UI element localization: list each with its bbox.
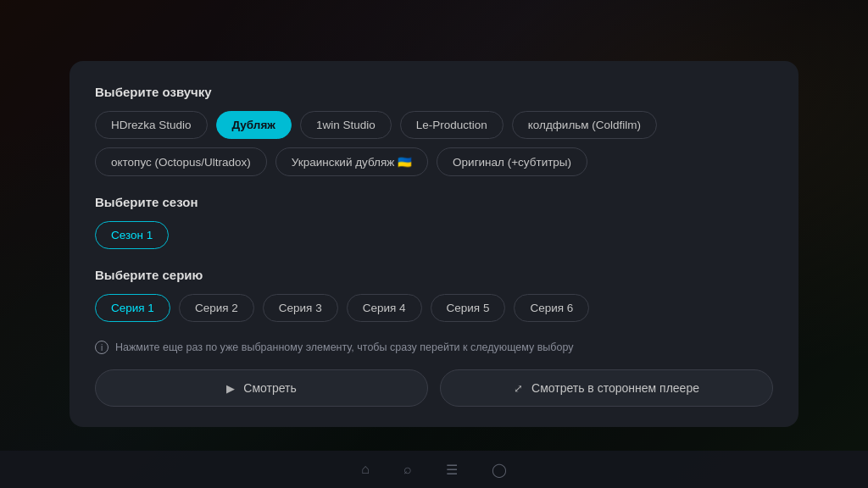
season-section: Выберите сезон Сезон 1 [95, 195, 773, 249]
dubbing-options: HDrezka Studio Дубляж 1win Studio Le-Pro… [95, 111, 773, 176]
btn-hdrezka[interactable]: HDrezka Studio [95, 111, 208, 139]
watch-external-button[interactable]: ⤢ Смотреть в стороннем плеере [440, 369, 773, 407]
btn-ep2[interactable]: Серия 2 [179, 294, 254, 322]
bottom-bar: ⌂ ⌕ ☰ ◯ [0, 451, 868, 488]
info-text: Нажмите еще раз по уже выбранному элемен… [115, 341, 574, 353]
tab-search[interactable]: ⌕ [403, 462, 412, 477]
btn-coldfilm[interactable]: колдфильм (Coldfilm) [512, 111, 657, 139]
play-icon: ▶ [226, 382, 235, 395]
tab-home[interactable]: ⌂ [361, 462, 370, 477]
btn-season1[interactable]: Сезон 1 [95, 221, 169, 249]
tab-catalog[interactable]: ☰ [446, 462, 458, 478]
season-label: Выберите сезон [95, 195, 773, 209]
watch-label: Смотреть [243, 381, 296, 395]
info-row: i Нажмите еще раз по уже выбранному элем… [95, 341, 773, 354]
dubbing-label: Выберите озвучку [95, 85, 773, 99]
tab-profile[interactable]: ◯ [492, 462, 507, 478]
btn-ep4[interactable]: Серия 4 [347, 294, 422, 322]
btn-octopus[interactable]: октопус (Octopus/Ultradox) [95, 147, 267, 176]
episode-section: Выберите серию Серия 1 Серия 2 Серия 3 С… [95, 268, 773, 322]
btn-ep5[interactable]: Серия 5 [431, 294, 506, 322]
btn-1win[interactable]: 1win Studio [300, 111, 392, 139]
home-icon: ⌂ [361, 462, 370, 477]
btn-ep1[interactable]: Серия 1 [95, 294, 170, 322]
btn-ep3[interactable]: Серия 3 [263, 294, 338, 322]
external-icon: ⤢ [514, 382, 523, 395]
profile-icon: ◯ [492, 462, 507, 478]
dubbing-section: Выберите озвучку HDrezka Studio Дубляж 1… [95, 85, 773, 176]
modal-overlay: Выберите озвучку HDrezka Studio Дубляж 1… [0, 0, 868, 488]
episode-label: Выберите серию [95, 268, 773, 282]
info-icon: i [95, 341, 108, 354]
selection-modal: Выберите озвучку HDrezka Studio Дубляж 1… [70, 61, 798, 427]
search-icon: ⌕ [403, 462, 412, 477]
watch-button[interactable]: ▶ Смотреть [95, 369, 428, 407]
btn-original[interactable]: Оригинал (+субтитры) [437, 147, 587, 176]
catalog-icon: ☰ [446, 462, 458, 478]
episode-options: Серия 1 Серия 2 Серия 3 Серия 4 Серия 5 … [95, 294, 773, 322]
btn-leprod[interactable]: Le-Production [400, 111, 504, 139]
btn-dublyazh[interactable]: Дубляж [216, 111, 292, 139]
btn-ep6[interactable]: Серия 6 [514, 294, 589, 322]
watch-external-label: Смотреть в стороннем плеере [531, 381, 699, 395]
btn-ukrainian[interactable]: Украинский дубляж 🇺🇦 [275, 147, 428, 176]
season-options: Сезон 1 [95, 221, 773, 249]
action-buttons: ▶ Смотреть ⤢ Смотреть в стороннем плеере [95, 369, 773, 407]
